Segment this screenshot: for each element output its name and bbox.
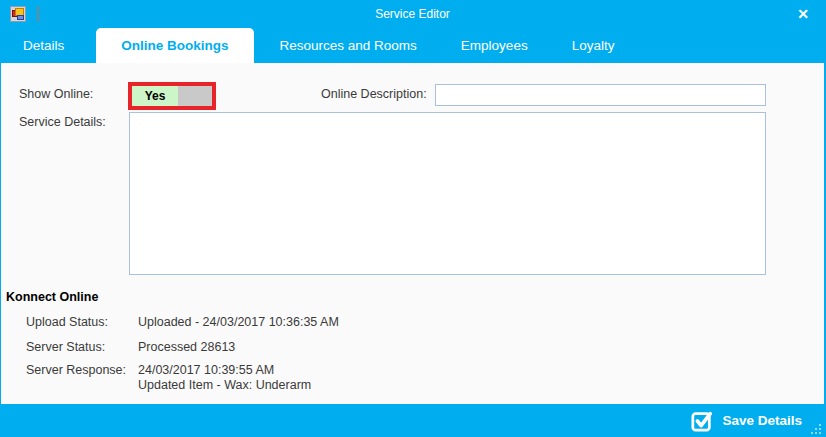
tab-loyalty[interactable]: Loyalty [550,28,637,63]
title-bar: Service Editor ✕ [1,0,824,28]
service-editor-window: Service Editor ✕ Details Online Bookings… [0,0,826,437]
show-online-label: Show Online: [19,87,93,101]
server-response-label: Server Response: [26,363,126,377]
tab-resources-and-rooms[interactable]: Resources and Rooms [258,28,439,63]
highlight-annotation-box: Yes [128,82,216,110]
save-details-button[interactable]: Save Details [691,404,802,437]
footer-bar: Save Details [1,404,824,437]
server-response-value: 24/03/2017 10:39:55 AM Updated Item - Wa… [138,363,311,393]
service-details-label: Service Details: [19,115,106,129]
tab-online-bookings[interactable]: Online Bookings [96,28,253,63]
tab-details[interactable]: Details [1,28,86,63]
server-status-value: Processed 28613 [138,340,235,355]
server-status-label: Server Status: [26,340,105,354]
toggle-knob [178,86,212,106]
online-bookings-panel: Show Online: Yes Online Description: Ser… [1,63,824,404]
tab-bar: Details Online Bookings Resources and Ro… [1,28,824,63]
konnect-online-heading: Konnect Online [6,290,98,304]
online-description-label: Online Description: [321,87,427,101]
service-details-textarea[interactable] [129,112,766,275]
save-details-label: Save Details [722,413,802,428]
show-online-toggle[interactable]: Yes [132,86,212,106]
toggle-on-segment: Yes [132,86,178,106]
upload-status-label: Upload Status: [26,315,108,329]
checkbox-check-icon [691,410,713,432]
app-window-icon [10,6,26,22]
upload-status-value: Uploaded - 24/03/2017 10:36:35 AM [138,315,339,330]
window-title: Service Editor [1,7,824,21]
title-caret-mark [37,6,39,22]
resize-grip[interactable] [809,422,821,434]
close-icon[interactable]: ✕ [792,4,814,24]
tab-employees[interactable]: Employees [439,28,550,63]
online-description-input[interactable] [435,84,766,106]
